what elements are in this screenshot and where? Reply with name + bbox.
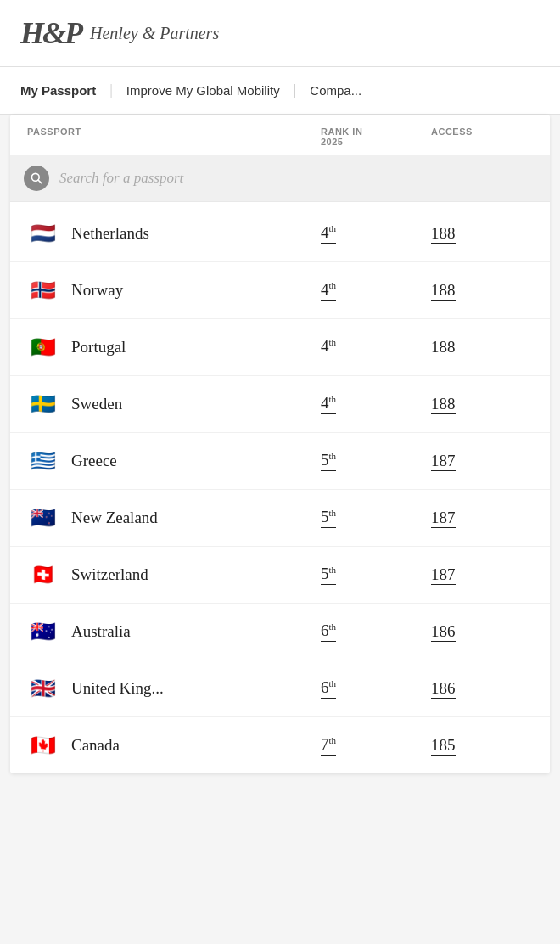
search-svg — [30, 171, 43, 185]
country-cell: 🇬🇷 Greece — [27, 445, 321, 477]
country-name: Switzerland — [71, 565, 148, 584]
rank-value: 5th — [321, 451, 336, 470]
flag-switzerland: 🇨🇭 — [27, 559, 59, 591]
access-value: 187 — [431, 509, 456, 528]
country-cell: 🇨🇦 Canada — [27, 729, 321, 761]
svg-line-1 — [38, 180, 42, 183]
flag-new-zealand: 🇳🇿 — [27, 502, 59, 534]
access-value: 186 — [431, 679, 456, 699]
search-icon — [24, 166, 49, 191]
access-cell: 187 — [431, 565, 533, 585]
rank-cell: 4th — [321, 223, 431, 243]
nav-item-my-passport[interactable]: My Passport — [17, 67, 109, 114]
rank-suffix: th — [329, 337, 337, 347]
access-cell: 188 — [431, 395, 533, 414]
search-placeholder-text: Search for a passport — [59, 170, 183, 187]
access-cell: 187 — [431, 509, 533, 528]
nav-item-improve-mobility[interactable]: Improve My Global Mobility — [113, 67, 294, 114]
passport-table: PASSPORT RANK IN2025 ACCESS Search for a… — [10, 115, 550, 773]
access-value: 188 — [431, 281, 456, 301]
table-row[interactable]: 🇬🇷 Greece 5th 187 — [10, 433, 550, 490]
rank-cell: 4th — [321, 394, 431, 413]
col-rank: RANK IN2025 — [321, 126, 431, 147]
rank-value: 6th — [321, 621, 336, 641]
flag-emoji: 🇳🇱 — [31, 223, 56, 244]
rank-cell: 4th — [321, 337, 431, 357]
country-cell: 🇬🇧 United King... — [27, 672, 321, 705]
table-row[interactable]: 🇳🇴 Norway 4th 188 — [10, 262, 550, 319]
access-cell: 188 — [431, 338, 533, 357]
flag-emoji: 🇸🇪 — [31, 394, 56, 414]
table-row[interactable]: 🇳🇿 New Zealand 5th 187 — [10, 490, 550, 547]
country-name: Portugal — [71, 338, 126, 357]
rank-suffix: th — [329, 508, 337, 518]
rank-suffix: th — [329, 735, 337, 745]
flag-emoji: 🇨🇭 — [31, 565, 56, 585]
nav: My Passport | Improve My Global Mobility… — [0, 67, 560, 115]
rank-cell: 5th — [321, 565, 431, 584]
country-name: Norway — [71, 281, 123, 300]
access-value: 188 — [431, 395, 456, 414]
country-cell: 🇳🇿 New Zealand — [27, 502, 321, 534]
rank-suffix: th — [329, 621, 337, 632]
col-passport: PASSPORT — [27, 126, 321, 147]
access-cell: 186 — [431, 622, 533, 642]
access-value: 186 — [431, 622, 456, 642]
col-access: ACCESS — [431, 126, 533, 147]
rank-value: 5th — [321, 565, 336, 584]
access-cell: 188 — [431, 224, 533, 244]
country-cell: 🇸🇪 Sweden — [27, 388, 321, 420]
table-row[interactable]: 🇳🇱 Netherlands 4th 188 — [10, 205, 550, 262]
country-cell: 🇵🇹 Portugal — [27, 331, 321, 363]
rank-cell: 4th — [321, 280, 431, 300]
flag-canada: 🇨🇦 — [27, 729, 59, 761]
flag-emoji: 🇳🇿 — [31, 508, 56, 528]
logo-text: Henley & Partners — [90, 24, 219, 43]
rank-value: 4th — [321, 223, 336, 243]
country-cell: 🇦🇺 Australia — [27, 615, 321, 648]
rank-suffix: th — [329, 394, 337, 404]
flag-emoji: 🇬🇧 — [31, 678, 56, 699]
flag-greece: 🇬🇷 — [27, 445, 59, 477]
table-row[interactable]: 🇬🇧 United King... 6th 186 — [10, 660, 550, 717]
country-name: Sweden — [71, 395, 122, 413]
flag-sweden: 🇸🇪 — [27, 388, 59, 420]
country-cell: 🇳🇱 Netherlands — [27, 217, 321, 250]
table-row[interactable]: 🇨🇭 Switzerland 5th 187 — [10, 547, 550, 604]
rank-value: 4th — [321, 337, 336, 357]
rank-cell: 6th — [321, 621, 431, 641]
rank-cell: 5th — [321, 508, 431, 527]
table-rows: 🇳🇱 Netherlands 4th 188 🇳🇴 Norway 4th 188… — [10, 205, 550, 773]
rank-cell: 7th — [321, 735, 431, 755]
rank-cell: 5th — [321, 451, 431, 470]
country-name: New Zealand — [71, 509, 158, 527]
rank-suffix: th — [329, 280, 337, 290]
search-bar[interactable]: Search for a passport — [10, 155, 550, 202]
rank-value: 5th — [321, 508, 336, 527]
country-cell: 🇨🇭 Switzerland — [27, 559, 321, 591]
flag-emoji: 🇦🇺 — [31, 621, 56, 642]
flag-emoji: 🇬🇷 — [31, 451, 56, 471]
rank-suffix: th — [329, 678, 337, 688]
nav-item-compare[interactable]: Compa... — [296, 67, 375, 114]
flag-emoji: 🇳🇴 — [31, 280, 56, 301]
access-cell: 185 — [431, 736, 533, 756]
country-cell: 🇳🇴 Norway — [27, 274, 321, 306]
table-row[interactable]: 🇸🇪 Sweden 4th 188 — [10, 376, 550, 433]
access-value: 187 — [431, 565, 456, 585]
access-value: 187 — [431, 452, 456, 471]
flag-united-king...: 🇬🇧 — [27, 672, 59, 705]
logo: H&P Henley & Partners — [20, 15, 219, 51]
table-row[interactable]: 🇨🇦 Canada 7th 185 — [10, 717, 550, 773]
country-name: Canada — [71, 736, 120, 755]
access-value: 188 — [431, 224, 456, 244]
access-value: 185 — [431, 736, 456, 756]
table-row[interactable]: 🇦🇺 Australia 6th 186 — [10, 604, 550, 660]
table-row[interactable]: 🇵🇹 Portugal 4th 188 — [10, 319, 550, 376]
access-value: 188 — [431, 338, 456, 357]
flag-emoji: 🇵🇹 — [31, 337, 56, 357]
rank-value: 4th — [321, 394, 336, 413]
flag-netherlands: 🇳🇱 — [27, 217, 59, 250]
flag-norway: 🇳🇴 — [27, 274, 59, 306]
table-header: PASSPORT RANK IN2025 ACCESS — [10, 115, 550, 155]
